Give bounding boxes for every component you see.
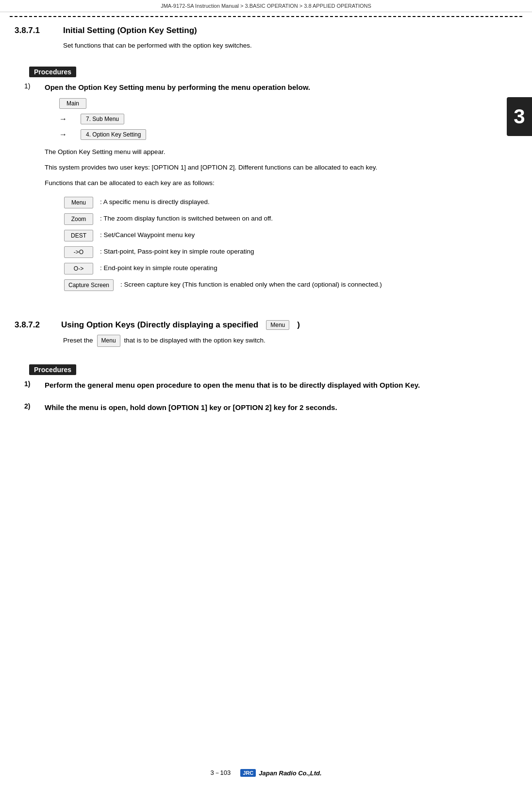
menu-key-option: 4. Option Key Setting	[81, 129, 146, 140]
menu-arrow-1: →	[59, 115, 74, 123]
key-item: ->O: Start-point, Pass-point key in simp…	[64, 246, 485, 258]
section-3872-heading-row: 3.8.7.2 Using Option Keys (Directly disp…	[15, 320, 485, 330]
step2-1-container: 1) Perform the general menu open procedu…	[24, 380, 485, 396]
para2: This system provides two user keys: [OPT…	[45, 162, 485, 173]
key-description: : Screen capture key (This function is e…	[120, 279, 382, 290]
breadcrumb: JMA-9172-SA Instruction Manual > 3.BASIC…	[0, 0, 532, 12]
section-3872-title-after: )	[297, 320, 300, 330]
footer: 3－103 JRC Japan Radio Co.,Ltd.	[0, 769, 532, 777]
step2-1-content: Perform the general menu open procedure …	[45, 380, 485, 396]
procedures-badge-2: Procedures	[29, 364, 76, 375]
step2-2-number: 2)	[24, 402, 39, 418]
menu-key-sub: 7. Sub Menu	[81, 114, 124, 124]
key-description: : Start-point, Pass-point key in simple …	[100, 246, 254, 257]
section-3872-intro-after: that is to be displayed with the option …	[124, 335, 266, 346]
menu-row-sub: → 7. Sub Menu	[59, 114, 485, 124]
section-3872-inline-key: Menu	[266, 320, 289, 330]
key-button: ->O	[64, 246, 93, 258]
menu-arrow-2: →	[59, 130, 74, 139]
key-button: Capture Screen	[64, 279, 114, 291]
key-button: O->	[64, 263, 93, 274]
dashed-divider	[10, 16, 522, 17]
para3: Functions that can be allocated to each …	[45, 178, 485, 188]
menu-key-main: Main	[59, 98, 86, 109]
key-description: : End-point key in simple route operatin…	[100, 263, 217, 273]
key-item: Capture Screen: Screen capture key (This…	[64, 279, 485, 291]
key-list: Menu: A specific menu is directly displa…	[64, 197, 485, 291]
section-3871-title: Initial Setting (Option Key Setting)	[63, 26, 197, 35]
key-button: Menu	[64, 197, 93, 208]
section-3871-heading: 3.8.7.1 Initial Setting (Option Key Sett…	[15, 26, 485, 35]
step2-2-container: 2) While the menu is open, hold down [OP…	[24, 402, 485, 418]
menu-diagram: Main → 7. Sub Menu → 4. Option Key Setti…	[59, 98, 485, 140]
key-button: Zoom	[64, 213, 93, 225]
key-item: O->: End-point key in simple route opera…	[64, 263, 485, 274]
step-1-container: 1) Open the Option Key Setting menu by p…	[24, 82, 485, 298]
key-description: : Set/Cancel Waypoint menu key	[100, 230, 195, 240]
step-1-content: Open the Option Key Setting menu by perf…	[45, 82, 485, 298]
section-3871-intro: Set functions that can be performed with…	[63, 40, 485, 51]
key-item: Menu: A specific menu is directly displa…	[64, 197, 485, 208]
key-item: DEST: Set/Cancel Waypoint menu key	[64, 230, 485, 241]
key-button: DEST	[64, 230, 93, 241]
page-number: 3－103	[210, 769, 231, 777]
jrc-badge: JRC	[240, 769, 256, 777]
section-3872-number: 3.8.7.2	[15, 320, 53, 330]
company-name: Japan Radio Co.,Ltd.	[259, 770, 321, 777]
key-description: : A specific menu is directly displayed.	[100, 197, 210, 207]
menu-row-option: → 4. Option Key Setting	[59, 129, 485, 140]
step2-1-number: 1)	[24, 380, 39, 396]
section-3872-intro-before: Preset the	[63, 335, 93, 346]
step-1-number: 1)	[24, 82, 39, 298]
section-3872-intro-key: Menu	[97, 335, 120, 347]
para1: The Option Key Setting menu will appear.	[45, 147, 485, 157]
step2-2-content: While the menu is open, hold down [OPTIO…	[45, 402, 485, 418]
step2-2-title: While the menu is open, hold down [OPTIO…	[45, 402, 485, 413]
step2-1-title: Perform the general menu open procedure …	[45, 380, 485, 391]
chapter-tab: 3	[507, 97, 532, 136]
procedures-badge-1: Procedures	[29, 67, 76, 77]
menu-row-main: Main	[59, 98, 485, 109]
section-3872-title-before: Using Option Keys (Directly displaying a…	[61, 320, 258, 330]
key-description: : The zoom display function is switched …	[100, 213, 273, 223]
step-1-title: Open the Option Key Setting menu by perf…	[45, 82, 485, 93]
key-item: Zoom: The zoom display function is switc…	[64, 213, 485, 225]
section-3871-number: 3.8.7.1	[15, 26, 53, 35]
